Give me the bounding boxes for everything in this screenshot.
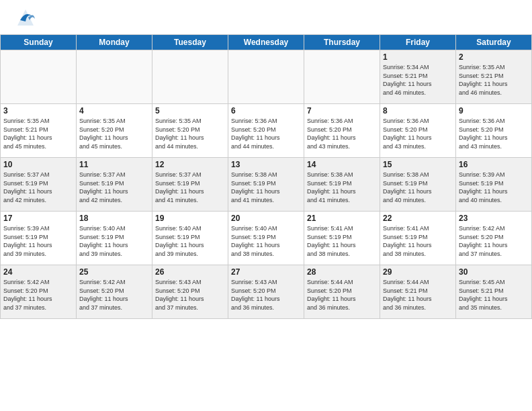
day-number: 7 <box>307 106 377 116</box>
day-cell: 22Sunrise: 5:41 AM Sunset: 5:19 PM Dayli… <box>380 212 456 265</box>
day-cell: 12Sunrise: 5:37 AM Sunset: 5:19 PM Dayli… <box>152 158 228 212</box>
day-number: 10 <box>3 160 73 169</box>
day-info: Sunrise: 5:37 AM Sunset: 5:19 PM Dayligh… <box>155 171 225 204</box>
weekday-friday: Friday <box>380 35 456 50</box>
day-cell: 11Sunrise: 5:37 AM Sunset: 5:19 PM Dayli… <box>77 158 152 212</box>
header <box>0 0 532 34</box>
day-number: 3 <box>3 106 73 116</box>
week-row-5: 24Sunrise: 5:42 AM Sunset: 5:20 PM Dayli… <box>1 265 532 319</box>
day-number: 28 <box>307 267 377 277</box>
day-info: Sunrise: 5:35 AM Sunset: 5:20 PM Dayligh… <box>79 117 149 150</box>
day-cell: 27Sunrise: 5:43 AM Sunset: 5:20 PM Dayli… <box>228 265 304 319</box>
day-cell: 15Sunrise: 5:38 AM Sunset: 5:19 PM Dayli… <box>380 158 456 212</box>
week-row-3: 10Sunrise: 5:37 AM Sunset: 5:19 PM Dayli… <box>1 158 532 212</box>
day-cell: 28Sunrise: 5:44 AM Sunset: 5:20 PM Dayli… <box>304 265 380 319</box>
weekday-saturday: Saturday <box>456 35 532 50</box>
day-info: Sunrise: 5:37 AM Sunset: 5:19 PM Dayligh… <box>79 171 149 204</box>
day-info: Sunrise: 5:38 AM Sunset: 5:19 PM Dayligh… <box>307 171 377 204</box>
day-number: 20 <box>231 214 301 223</box>
day-number: 4 <box>79 106 149 116</box>
day-info: Sunrise: 5:41 AM Sunset: 5:19 PM Dayligh… <box>383 224 453 258</box>
day-cell: 23Sunrise: 5:42 AM Sunset: 5:20 PM Dayli… <box>456 212 532 265</box>
page-wrapper: SundayMondayTuesdayWednesdayThursdayFrid… <box>0 0 532 319</box>
day-cell: 9Sunrise: 5:36 AM Sunset: 5:20 PM Daylig… <box>456 104 532 158</box>
day-cell: 10Sunrise: 5:37 AM Sunset: 5:19 PM Dayli… <box>1 158 77 212</box>
day-cell: 30Sunrise: 5:45 AM Sunset: 5:21 PM Dayli… <box>456 265 532 319</box>
day-number: 2 <box>459 52 529 62</box>
day-cell: 19Sunrise: 5:40 AM Sunset: 5:19 PM Dayli… <box>152 212 228 265</box>
weekday-thursday: Thursday <box>304 35 380 50</box>
day-cell: 24Sunrise: 5:42 AM Sunset: 5:20 PM Dayli… <box>1 265 77 319</box>
day-number: 12 <box>155 160 225 169</box>
week-row-4: 17Sunrise: 5:39 AM Sunset: 5:19 PM Dayli… <box>1 212 532 265</box>
day-cell: 3Sunrise: 5:35 AM Sunset: 5:21 PM Daylig… <box>1 104 77 158</box>
day-info: Sunrise: 5:40 AM Sunset: 5:19 PM Dayligh… <box>79 224 149 258</box>
day-info: Sunrise: 5:36 AM Sunset: 5:20 PM Dayligh… <box>231 117 301 150</box>
day-cell: 5Sunrise: 5:35 AM Sunset: 5:20 PM Daylig… <box>152 104 228 158</box>
day-cell <box>228 50 304 104</box>
day-info: Sunrise: 5:41 AM Sunset: 5:19 PM Dayligh… <box>307 224 377 258</box>
day-number: 5 <box>155 106 225 116</box>
day-cell: 20Sunrise: 5:40 AM Sunset: 5:19 PM Dayli… <box>228 212 304 265</box>
day-info: Sunrise: 5:42 AM Sunset: 5:20 PM Dayligh… <box>459 224 529 258</box>
logo-icon <box>13 7 38 31</box>
day-number: 26 <box>155 267 225 277</box>
day-info: Sunrise: 5:43 AM Sunset: 5:20 PM Dayligh… <box>155 278 225 312</box>
day-info: Sunrise: 5:40 AM Sunset: 5:19 PM Dayligh… <box>155 224 225 258</box>
day-cell: 1Sunrise: 5:34 AM Sunset: 5:21 PM Daylig… <box>380 50 456 104</box>
day-info: Sunrise: 5:44 AM Sunset: 5:20 PM Dayligh… <box>307 278 377 312</box>
day-cell <box>1 50 77 104</box>
day-number: 14 <box>307 160 377 169</box>
day-number: 23 <box>459 214 529 223</box>
weekday-tuesday: Tuesday <box>152 35 228 50</box>
day-number: 21 <box>307 214 377 223</box>
day-info: Sunrise: 5:36 AM Sunset: 5:20 PM Dayligh… <box>383 117 453 150</box>
weekday-wednesday: Wednesday <box>228 35 304 50</box>
day-number: 29 <box>383 267 453 277</box>
day-info: Sunrise: 5:44 AM Sunset: 5:21 PM Dayligh… <box>383 278 453 312</box>
week-row-2: 3Sunrise: 5:35 AM Sunset: 5:21 PM Daylig… <box>1 104 532 158</box>
day-number: 24 <box>3 267 73 277</box>
week-row-1: 1Sunrise: 5:34 AM Sunset: 5:21 PM Daylig… <box>1 50 532 104</box>
day-cell: 6Sunrise: 5:36 AM Sunset: 5:20 PM Daylig… <box>228 104 304 158</box>
day-cell: 17Sunrise: 5:39 AM Sunset: 5:19 PM Dayli… <box>1 212 77 265</box>
day-info: Sunrise: 5:37 AM Sunset: 5:19 PM Dayligh… <box>3 171 73 204</box>
day-info: Sunrise: 5:43 AM Sunset: 5:20 PM Dayligh… <box>231 278 301 312</box>
day-number: 9 <box>459 106 529 116</box>
day-info: Sunrise: 5:39 AM Sunset: 5:19 PM Dayligh… <box>3 224 73 258</box>
logo <box>13 7 40 31</box>
day-number: 16 <box>459 160 529 169</box>
day-cell <box>152 50 228 104</box>
day-info: Sunrise: 5:36 AM Sunset: 5:20 PM Dayligh… <box>459 117 529 150</box>
day-info: Sunrise: 5:42 AM Sunset: 5:20 PM Dayligh… <box>3 278 73 312</box>
day-info: Sunrise: 5:42 AM Sunset: 5:20 PM Dayligh… <box>79 278 149 312</box>
day-cell: 8Sunrise: 5:36 AM Sunset: 5:20 PM Daylig… <box>380 104 456 158</box>
day-number: 6 <box>231 106 301 116</box>
weekday-sunday: Sunday <box>1 35 77 50</box>
day-number: 18 <box>79 214 149 223</box>
day-cell: 4Sunrise: 5:35 AM Sunset: 5:20 PM Daylig… <box>77 104 152 158</box>
day-number: 17 <box>3 214 73 223</box>
day-number: 19 <box>155 214 225 223</box>
day-cell: 29Sunrise: 5:44 AM Sunset: 5:21 PM Dayli… <box>380 265 456 319</box>
weekday-header-row: SundayMondayTuesdayWednesdayThursdayFrid… <box>1 35 532 50</box>
day-info: Sunrise: 5:35 AM Sunset: 5:21 PM Dayligh… <box>459 63 529 97</box>
day-info: Sunrise: 5:36 AM Sunset: 5:20 PM Dayligh… <box>307 117 377 150</box>
day-info: Sunrise: 5:34 AM Sunset: 5:21 PM Dayligh… <box>383 63 453 97</box>
day-cell: 25Sunrise: 5:42 AM Sunset: 5:20 PM Dayli… <box>77 265 152 319</box>
day-cell: 21Sunrise: 5:41 AM Sunset: 5:19 PM Dayli… <box>304 212 380 265</box>
day-number: 11 <box>79 160 149 169</box>
day-number: 8 <box>383 106 453 116</box>
day-info: Sunrise: 5:39 AM Sunset: 5:19 PM Dayligh… <box>459 171 529 204</box>
day-number: 30 <box>459 267 529 277</box>
day-info: Sunrise: 5:35 AM Sunset: 5:20 PM Dayligh… <box>155 117 225 150</box>
day-cell: 18Sunrise: 5:40 AM Sunset: 5:19 PM Dayli… <box>77 212 152 265</box>
calendar-table: SundayMondayTuesdayWednesdayThursdayFrid… <box>0 34 532 319</box>
day-info: Sunrise: 5:38 AM Sunset: 5:19 PM Dayligh… <box>383 171 453 204</box>
day-cell: 14Sunrise: 5:38 AM Sunset: 5:19 PM Dayli… <box>304 158 380 212</box>
day-cell: 13Sunrise: 5:38 AM Sunset: 5:19 PM Dayli… <box>228 158 304 212</box>
weekday-monday: Monday <box>77 35 152 50</box>
day-info: Sunrise: 5:35 AM Sunset: 5:21 PM Dayligh… <box>3 117 73 150</box>
day-cell <box>304 50 380 104</box>
day-cell: 7Sunrise: 5:36 AM Sunset: 5:20 PM Daylig… <box>304 104 380 158</box>
